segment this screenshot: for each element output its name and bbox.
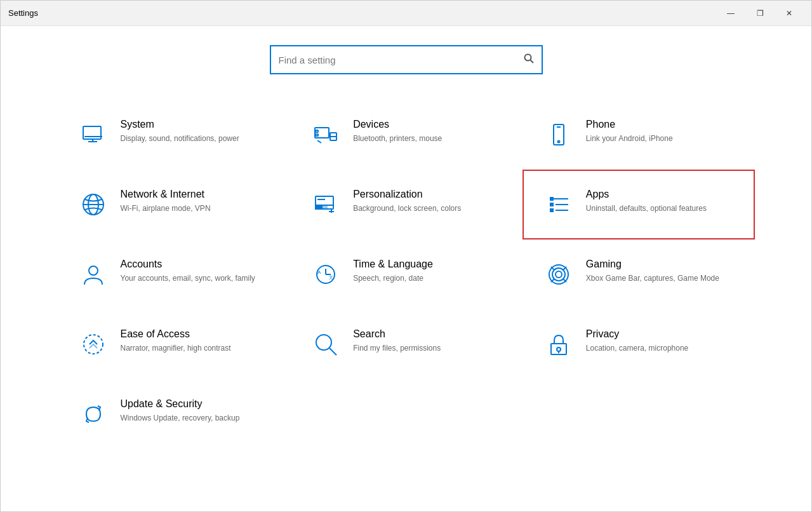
setting-item-network[interactable]: Network & Internet Wi-Fi, airplane mode,… — [57, 170, 290, 239]
setting-text-accounts: Accounts Your accounts, email, sync, wor… — [121, 259, 255, 284]
setting-item-time[interactable]: A 文 Time & Language Speech, region, date — [290, 239, 522, 309]
setting-item-phone[interactable]: Phone Link your Android, iPhone — [522, 100, 755, 170]
setting-title-system: System — [121, 119, 239, 130]
setting-title-network: Network & Internet — [121, 189, 211, 200]
svg-text:A: A — [317, 269, 321, 275]
setting-item-ease[interactable]: Ease of Access Narrator, magnifier, high… — [57, 309, 290, 379]
setting-text-ease: Ease of Access Narrator, magnifier, high… — [121, 328, 231, 354]
setting-title-time: Time & Language — [353, 259, 433, 270]
svg-point-0 — [524, 55, 531, 61]
setting-title-personalization: Personalization — [353, 189, 461, 200]
search-container — [26, 45, 786, 74]
setting-desc-update: Windows Update, recovery, backup — [121, 413, 240, 424]
setting-desc-network: Wi-Fi, airplane mode, VPN — [121, 203, 211, 214]
search-input[interactable] — [279, 55, 524, 65]
setting-title-apps: Apps — [586, 189, 707, 200]
svg-text:文: 文 — [329, 275, 333, 280]
setting-item-apps[interactable]: Apps Uninstall, defaults, optional featu… — [522, 170, 755, 239]
setting-desc-devices: Bluetooth, printers, mouse — [353, 133, 442, 144]
svg-rect-9 — [316, 130, 318, 132]
close-button[interactable]: ✕ — [775, 3, 804, 24]
setting-desc-personalization: Background, lock screen, colors — [353, 203, 461, 214]
setting-desc-privacy: Location, camera, microphone — [586, 343, 688, 354]
ease-icon — [77, 328, 109, 360]
svg-rect-27 — [550, 198, 553, 200]
setting-item-gaming[interactable]: Gaming Xbox Game Bar, captures, Game Mod… — [522, 239, 755, 309]
setting-text-phone: Phone Link your Android, iPhone — [586, 119, 673, 144]
window-title: Settings — [8, 8, 716, 18]
system-icon — [77, 119, 109, 151]
setting-title-gaming: Gaming — [586, 259, 719, 270]
svg-rect-10 — [316, 134, 318, 136]
setting-desc-search: Find my files, permissions — [353, 343, 441, 354]
devices-icon — [310, 119, 342, 151]
svg-rect-31 — [550, 209, 553, 212]
setting-text-privacy: Privacy Location, camera, microphone — [586, 328, 688, 354]
privacy-icon — [543, 328, 575, 360]
maximize-button[interactable]: ❐ — [745, 3, 775, 24]
setting-title-update: Update & Security — [121, 398, 240, 410]
minimize-button[interactable]: — — [716, 3, 745, 24]
svg-rect-20 — [316, 205, 322, 209]
search-icon — [524, 53, 534, 66]
setting-item-personalization[interactable]: Personalization Background, lock screen,… — [290, 170, 522, 239]
title-bar: Settings — ❐ ✕ — [1, 1, 811, 26]
setting-item-update[interactable]: Update & Security Windows Update, recove… — [57, 379, 290, 449]
update-icon — [77, 398, 109, 430]
setting-item-search[interactable]: Search Find my files, permissions — [290, 309, 522, 379]
svg-line-8 — [317, 140, 321, 143]
setting-item-system[interactable]: System Display, sound, notifications, po… — [57, 100, 290, 170]
setting-desc-apps: Uninstall, defaults, optional features — [586, 203, 707, 214]
svg-rect-23 — [322, 205, 327, 209]
search-icon — [310, 328, 342, 360]
setting-title-ease: Ease of Access — [121, 328, 231, 340]
setting-desc-phone: Link your Android, iPhone — [586, 133, 673, 144]
settings-grid: System Display, sound, notifications, po… — [57, 100, 755, 449]
setting-item-devices[interactable]: Devices Bluetooth, printers, mouse — [290, 100, 522, 170]
svg-rect-29 — [550, 203, 553, 206]
svg-point-41 — [556, 271, 562, 278]
network-icon — [77, 189, 109, 220]
setting-text-apps: Apps Uninstall, defaults, optional featu… — [586, 189, 707, 214]
svg-line-1 — [530, 60, 533, 64]
setting-desc-gaming: Xbox Game Bar, captures, Game Mode — [586, 273, 719, 284]
setting-item-privacy[interactable]: Privacy Location, camera, microphone — [522, 309, 755, 379]
svg-point-33 — [89, 266, 98, 275]
accounts-icon — [77, 259, 109, 290]
setting-text-personalization: Personalization Background, lock screen,… — [353, 189, 461, 214]
phone-icon — [543, 119, 575, 151]
window-controls: — ❐ ✕ — [716, 3, 804, 24]
setting-text-gaming: Gaming Xbox Game Bar, captures, Game Mod… — [586, 259, 719, 284]
setting-text-time: Time & Language Speech, region, date — [353, 259, 433, 284]
time-icon: A 文 — [310, 259, 342, 290]
setting-desc-ease: Narrator, magnifier, high contrast — [121, 343, 231, 354]
svg-point-47 — [316, 335, 331, 350]
svg-line-48 — [329, 348, 336, 355]
svg-point-50 — [557, 347, 561, 351]
gaming-icon — [543, 259, 575, 290]
svg-point-14 — [557, 141, 559, 143]
search-bar[interactable] — [270, 45, 543, 74]
setting-title-devices: Devices — [353, 119, 442, 130]
setting-item-accounts[interactable]: Accounts Your accounts, email, sync, wor… — [57, 239, 290, 309]
setting-title-privacy: Privacy — [586, 328, 688, 340]
setting-text-update: Update & Security Windows Update, recove… — [121, 398, 240, 424]
setting-desc-system: Display, sound, notifications, power — [121, 133, 239, 144]
personalization-icon — [310, 189, 342, 220]
setting-title-search: Search — [353, 328, 441, 340]
setting-text-system: System Display, sound, notifications, po… — [121, 119, 239, 144]
main-content: System Display, sound, notifications, po… — [1, 26, 811, 511]
setting-title-phone: Phone — [586, 119, 673, 130]
setting-text-search: Search Find my files, permissions — [353, 328, 441, 354]
setting-desc-time: Speech, region, date — [353, 273, 433, 284]
settings-window: Settings — ❐ ✕ — [0, 0, 812, 512]
setting-text-devices: Devices Bluetooth, printers, mouse — [353, 119, 442, 144]
setting-title-accounts: Accounts — [121, 259, 255, 270]
setting-text-network: Network & Internet Wi-Fi, airplane mode,… — [121, 189, 211, 214]
apps-icon — [543, 189, 575, 220]
setting-desc-accounts: Your accounts, email, sync, work, family — [121, 273, 255, 284]
